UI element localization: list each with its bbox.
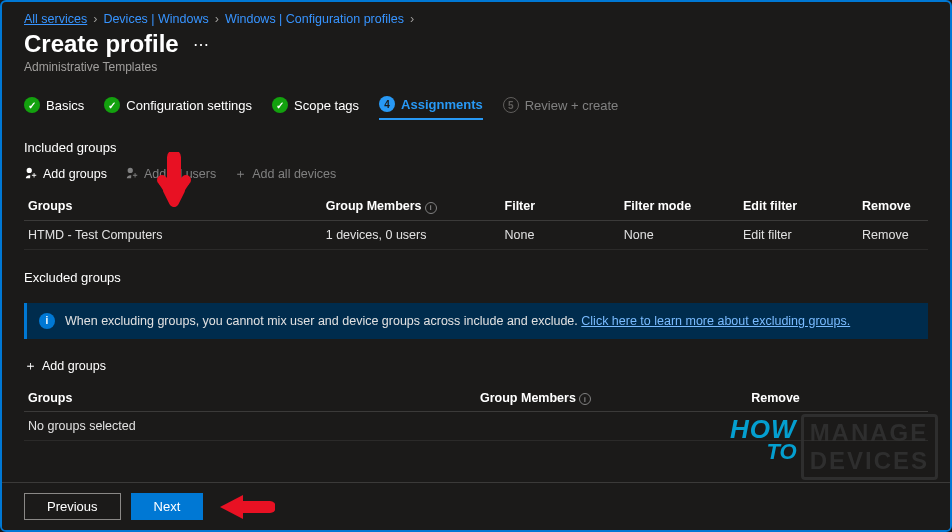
breadcrumb: All services › Devices | Windows › Windo… <box>24 12 928 26</box>
info-banner: i When excluding groups, you cannot mix … <box>24 303 928 339</box>
col-members: Group Membersi <box>476 385 747 412</box>
toolbar-label: Add all users <box>144 167 216 181</box>
step-review-create[interactable]: 5 Review + create <box>503 96 619 120</box>
add-groups-button-excluded[interactable]: ＋ Add groups <box>24 357 106 375</box>
info-text: When excluding groups, you cannot mix us… <box>65 314 578 328</box>
page-title: Create profile <box>24 30 179 58</box>
chevron-right-icon: › <box>215 12 219 26</box>
col-members: Group Membersi <box>322 193 501 220</box>
check-icon: ✓ <box>104 97 120 113</box>
included-groups-table: Groups Group Membersi Filter Filter mode… <box>24 193 928 250</box>
add-all-users-button[interactable]: Add all users <box>125 165 216 183</box>
excluded-groups-title: Excluded groups <box>24 270 928 285</box>
more-icon[interactable]: ⋯ <box>193 35 209 54</box>
info-icon[interactable]: i <box>425 202 437 214</box>
step-assignments[interactable]: 4 Assignments <box>379 96 483 120</box>
add-people-icon <box>125 166 139 183</box>
chevron-right-icon: › <box>410 12 414 26</box>
col-groups: Groups <box>24 385 476 412</box>
step-number-icon: 4 <box>379 96 395 112</box>
chevron-right-icon: › <box>93 12 97 26</box>
add-all-devices-button[interactable]: ＋ Add all devices <box>234 165 336 183</box>
step-label: Scope tags <box>294 98 359 113</box>
info-learn-more-link[interactable]: Click here to learn more about excluding… <box>581 314 850 328</box>
cell-filter: None <box>501 220 620 249</box>
remove-link[interactable]: Remove <box>858 220 928 249</box>
info-icon: i <box>39 313 55 329</box>
breadcrumb-link[interactable]: Windows | Configuration profiles <box>225 12 404 26</box>
check-icon: ✓ <box>272 97 288 113</box>
wizard-steps: ✓ Basics ✓ Configuration settings ✓ Scop… <box>24 96 928 120</box>
add-groups-button[interactable]: Add groups <box>24 165 107 183</box>
step-scope-tags[interactable]: ✓ Scope tags <box>272 96 359 120</box>
step-label: Configuration settings <box>126 98 252 113</box>
toolbar-label: Add groups <box>42 359 106 373</box>
empty-state-text: No groups selected <box>24 412 928 441</box>
included-toolbar: Add groups Add all users ＋ Add all devic… <box>24 165 928 183</box>
check-icon: ✓ <box>24 97 40 113</box>
breadcrumb-link[interactable]: Devices | Windows <box>103 12 208 26</box>
step-number-icon: 5 <box>503 97 519 113</box>
col-groups: Groups <box>24 193 322 220</box>
col-edit-filter: Edit filter <box>739 193 858 220</box>
toolbar-label: Add groups <box>43 167 107 181</box>
included-groups-title: Included groups <box>24 140 928 155</box>
cell-filter-mode: None <box>620 220 739 249</box>
step-config-settings[interactable]: ✓ Configuration settings <box>104 96 252 120</box>
plus-icon: ＋ <box>24 357 37 375</box>
col-remove: Remove <box>858 193 928 220</box>
excluded-groups-table: Groups Group Membersi Remove No groups s… <box>24 385 928 442</box>
step-label: Assignments <box>401 97 483 112</box>
toolbar-label: Add all devices <box>252 167 336 181</box>
previous-button[interactable]: Previous <box>24 493 121 520</box>
col-remove: Remove <box>747 385 928 412</box>
wizard-footer: Previous Next <box>2 482 950 530</box>
plus-icon: ＋ <box>234 165 247 183</box>
table-row: HTMD - Test Computers 1 devices, 0 users… <box>24 220 928 249</box>
col-filter: Filter <box>501 193 620 220</box>
breadcrumb-link[interactable]: All services <box>24 12 87 26</box>
step-basics[interactable]: ✓ Basics <box>24 96 84 120</box>
edit-filter-link[interactable]: Edit filter <box>739 220 858 249</box>
cell-members: 1 devices, 0 users <box>322 220 501 249</box>
page-subtitle: Administrative Templates <box>24 60 928 74</box>
info-icon[interactable]: i <box>579 393 591 405</box>
col-filter-mode: Filter mode <box>620 193 739 220</box>
next-button[interactable]: Next <box>131 493 204 520</box>
table-row-empty: No groups selected <box>24 412 928 441</box>
step-label: Basics <box>46 98 84 113</box>
add-people-icon <box>24 166 38 183</box>
cell-group-name: HTMD - Test Computers <box>24 220 322 249</box>
step-label: Review + create <box>525 98 619 113</box>
